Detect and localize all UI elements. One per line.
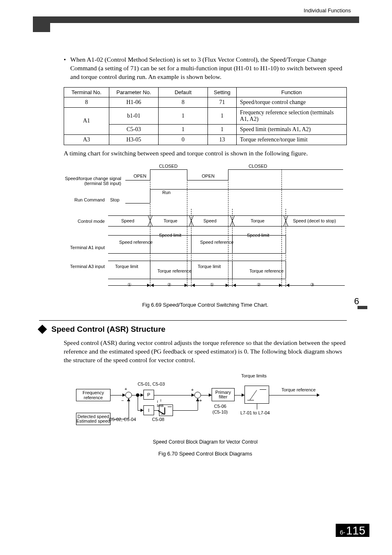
section-heading: Speed Control (ASR) Structure	[39, 325, 347, 334]
wire	[173, 410, 198, 411]
cell-terminal: A3	[64, 134, 109, 145]
arrow-left-icon	[151, 284, 154, 287]
section-title: Speed Control (ASR) Structure	[51, 325, 166, 334]
sum-node	[194, 392, 201, 398]
figure-subcaption: Speed Control Block Diagram for Vector C…	[64, 439, 347, 445]
state-run: Run	[162, 190, 171, 195]
cell-function: Torque reference/torque limit	[237, 134, 347, 145]
cell-default: 1	[159, 124, 208, 134]
mode-transition	[283, 215, 288, 226]
minus-sign: −	[121, 398, 124, 403]
cell-param: b1-01	[109, 107, 159, 124]
wave-seg	[187, 180, 228, 180]
page-body: • When A1-02 (Control Method Selection) …	[64, 56, 347, 469]
parameter-table: Terminal No. Parameter No. Default Setti…	[64, 87, 347, 145]
mode-decel: Speed (decel to stop)	[293, 218, 336, 223]
header-tab	[33, 23, 50, 32]
a3-edge	[232, 261, 233, 279]
cell-function: Speed/torque control change	[237, 97, 347, 107]
label-torque-reference: Torque reference	[281, 387, 316, 392]
cell-default: 1	[159, 107, 208, 124]
mode-rail	[108, 226, 345, 227]
cell-terminal: A1	[64, 107, 109, 134]
plus-sign: +	[199, 398, 202, 403]
a1-speed-ref: Speed reference	[200, 240, 225, 245]
cell-setting: 71	[208, 97, 237, 107]
mode-transition	[148, 215, 152, 226]
arrow-right-icon	[242, 393, 244, 397]
cell-param: H3-05	[109, 134, 159, 145]
label-c5-02-04: C5-02, C5-04	[109, 417, 136, 422]
wire	[154, 410, 159, 411]
cell-default: 8	[159, 97, 208, 107]
intro-paragraph: • When A1-02 (Control Method Selection) …	[64, 56, 347, 81]
side-chapter-number: 6	[354, 296, 359, 307]
label-i-limit-text: Ilimit	[157, 400, 164, 408]
wave-seg	[150, 189, 343, 190]
a1-speed-limit: Speed limit	[159, 233, 181, 238]
state-open: OPEN	[134, 173, 146, 178]
bullet: •	[64, 56, 70, 81]
th-default: Default	[159, 87, 208, 97]
wave-seg	[228, 169, 343, 170]
state-stop: Stop	[110, 197, 120, 202]
block-diagram: Frequency reference Detected speed Estim…	[64, 372, 347, 437]
a1-speed-limit: Speed limit	[247, 233, 269, 238]
wire	[257, 404, 257, 409]
arrow-right-icon	[317, 393, 320, 397]
box-detected-speed: Detected speed Estimated speed	[76, 413, 111, 425]
cell-setting: 1	[208, 107, 237, 124]
label-c5-06: C5-06	[214, 404, 226, 409]
cell-param: H1-06	[109, 97, 159, 107]
label-c5-08: C5-08	[152, 417, 164, 422]
arrow-right-icon	[191, 393, 194, 397]
sum-node	[125, 392, 132, 398]
a3-torque-ref: Torque reference	[249, 269, 274, 274]
wave-seg	[125, 180, 150, 180]
wave-seg	[125, 203, 150, 204]
arrow-right-icon	[226, 284, 228, 287]
marker-2: ②	[167, 282, 171, 287]
table-header-row: Terminal No. Parameter No. Default Setti…	[64, 87, 347, 97]
a1-edge	[286, 235, 286, 253]
a3-edge	[150, 261, 150, 279]
page-number: 115	[346, 525, 365, 536]
cell-function: Frequency reference selection (terminals…	[237, 107, 347, 124]
wave-seg	[187, 169, 187, 180]
a3-torque-ref: Torque reference	[157, 269, 182, 274]
mode-label: Control mode	[64, 219, 105, 224]
a1-edge	[191, 235, 191, 253]
wave-seg	[150, 169, 150, 180]
a3-torque-limit: Torque limit	[115, 264, 138, 269]
mode-speed: Speed	[203, 218, 217, 223]
state-open: OPEN	[202, 173, 214, 178]
arrow-up-icon	[127, 398, 130, 401]
marker-1: ①	[127, 282, 131, 287]
arrow-right-icon	[141, 393, 143, 397]
marker-3: ③	[310, 282, 314, 287]
signal-label-line2: (terminal S8 input)	[64, 181, 121, 186]
state-closed: CLOSED	[249, 164, 267, 169]
arrow-left-icon	[286, 284, 289, 287]
state-closed: CLOSED	[159, 164, 178, 169]
arrow-right-icon	[184, 284, 187, 287]
section2-paragraph: Speed control (ASR) during vector contro…	[64, 339, 347, 365]
mode-rail	[108, 215, 345, 216]
arrow-right-icon	[147, 284, 150, 287]
mode-transition	[230, 215, 235, 226]
box-primary-filter: Primary filter	[212, 388, 235, 401]
cell-default: 0	[159, 134, 208, 145]
table-row: A1 b1-01 1 1 Frequency reference selecti…	[64, 107, 347, 124]
a1-speed-ref: Speed reference	[119, 240, 144, 245]
guide-line	[228, 169, 228, 287]
header-section-label: Individual Functions	[304, 7, 351, 14]
arrow-right-icon	[141, 409, 143, 412]
wire	[138, 395, 138, 410]
a3-rail	[108, 261, 286, 261]
after-table-paragraph: A timing chart for switching between spe…	[64, 149, 347, 158]
run-label: Run Command	[64, 197, 105, 202]
wire	[154, 395, 195, 395]
a1-label: Terminal A1 input	[64, 245, 105, 250]
figure-caption-1: Fig 6.69 Speed/Torque Control Switching …	[64, 302, 347, 308]
figure-caption-2: Fig 6.70 Speed Control Block Diagrams	[64, 451, 347, 457]
